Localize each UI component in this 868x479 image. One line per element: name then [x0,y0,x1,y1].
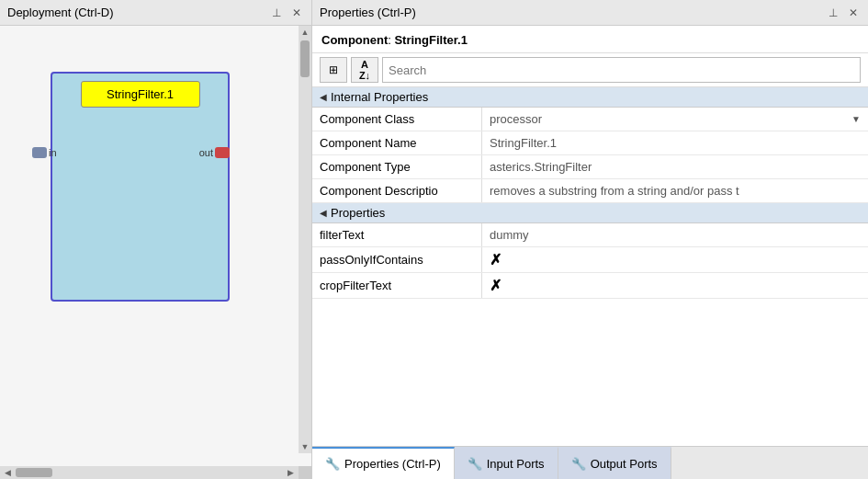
port-in-container: in [32,147,57,158]
deployment-title: Deployment (Ctrl-D) [7,6,114,19]
internal-properties-section-header[interactable]: ◀ Internal Properties [312,87,868,108]
table-row[interactable]: passOnlyIfContains ✗ [312,247,868,273]
checkbox-passonlyif[interactable]: ✗ [490,251,502,268]
port-in-dot[interactable] [32,147,47,158]
deployment-canvas-wrapper: ▲ ▼ StringFilter.1 in out [0,26,311,466]
tab-input-ports[interactable]: 🔧 Input Ports [455,447,558,479]
scroll-down-arrow[interactable]: ▼ [299,440,311,453]
properties-title-icons: ⊥ ✕ [826,6,861,20]
collapse-arrow-properties: ◀ [320,208,327,218]
output-ports-tab-icon: 🔧 [571,457,586,471]
component-header: Component: StringFilter.1 [312,26,868,53]
tab-output-ports-label: Output Ports [591,457,658,471]
component-header-prefix: Component [321,33,388,47]
component-outer-container: StringFilter.1 in out [51,72,230,302]
properties-tab-icon: 🔧 [325,457,340,471]
prop-value-component-desc: removes a substring from a string and/or… [482,179,868,202]
prop-name-filtertext: filterText [312,223,482,246]
scroll-thumb-v[interactable] [300,40,310,77]
properties-section-label: Properties [331,206,385,220]
properties-panel: Properties (Ctrl-P) ⊥ ✕ Component: Strin… [312,0,868,479]
close-button-right[interactable]: ✕ [846,6,861,20]
prop-value-cropfilter[interactable]: ✗ [482,273,868,298]
prop-value-filtertext[interactable]: dummy [482,223,868,246]
scroll-thumb-h[interactable] [16,468,52,477]
pin-button[interactable]: ⊥ [269,6,284,20]
component-block[interactable]: StringFilter.1 in out [60,81,220,108]
tab-properties-label: Properties (Ctrl-P) [344,457,441,471]
properties-title: Properties (Ctrl-P) [320,6,416,19]
deployment-panel: Deployment (Ctrl-D) ⊥ ✕ ▲ ▼ StringFilter… [0,0,312,479]
alpha-icon: AZ↓ [359,59,370,81]
prop-value-passonlyif[interactable]: ✗ [482,247,868,272]
prop-name-component-desc: Component Descriptio [312,179,482,202]
close-button[interactable]: ✕ [289,6,304,20]
table-row[interactable]: cropFilterText ✗ [312,273,868,299]
bottom-tabs: 🔧 Properties (Ctrl-P) 🔧 Input Ports 🔧 Ou… [312,446,868,479]
table-row[interactable]: Component Name StringFilter.1 [312,131,868,155]
tab-properties[interactable]: 🔧 Properties (Ctrl-P) [312,447,455,479]
internal-properties-label: Internal Properties [331,90,428,104]
dropdown-arrow-class[interactable]: ▼ [851,114,861,124]
prop-value-component-name: StringFilter.1 [482,131,868,154]
scroll-up-arrow[interactable]: ▲ [299,26,311,39]
prop-value-class[interactable]: processor ▼ [482,108,868,131]
scroll-left-arrow[interactable]: ◀ [2,466,14,479]
table-row[interactable]: filterText dummy [312,223,868,247]
collapse-arrow-internal: ◀ [320,92,327,102]
deployment-title-icons: ⊥ ✕ [269,6,304,20]
input-ports-tab-icon: 🔧 [468,457,482,471]
properties-toolbar: ⊞ AZ↓ [312,53,868,87]
tab-output-ports[interactable]: 🔧 Output Ports [558,447,671,479]
horizontal-scrollbar[interactable]: ◀ ▶ [0,466,299,479]
horizontal-scrollbar-row: ◀ ▶ [0,466,311,479]
prop-name-class: Component Class [312,108,482,131]
component-label[interactable]: StringFilter.1 [81,81,200,108]
scroll-right-arrow[interactable]: ▶ [285,466,297,479]
search-input[interactable] [382,57,861,83]
scroll-corner [299,466,311,479]
port-out-container: out [199,147,230,158]
prop-name-passonlyif: passOnlyIfContains [312,247,482,272]
deployment-title-bar: Deployment (Ctrl-D) ⊥ ✕ [0,0,311,26]
component-header-name: StringFilter.1 [394,33,467,47]
port-out-label: out [199,147,213,158]
port-out-dot[interactable] [215,147,230,158]
properties-table: ◀ Internal Properties Component Class pr… [312,87,868,446]
table-row[interactable]: Component Class processor ▼ [312,108,868,131]
prop-name-component-name: Component Name [312,131,482,154]
pin-button-right[interactable]: ⊥ [826,6,840,20]
category-view-button[interactable]: ⊞ [320,57,347,83]
vertical-scrollbar[interactable]: ▲ ▼ [299,26,311,453]
properties-title-bar: Properties (Ctrl-P) ⊥ ✕ [312,0,868,26]
table-row[interactable]: Component Descriptio removes a substring… [312,179,868,203]
alpha-sort-button[interactable]: AZ↓ [351,57,378,83]
prop-name-component-type: Component Type [312,155,482,178]
checkbox-cropfilter[interactable]: ✗ [490,277,502,294]
deployment-canvas: ▲ ▼ StringFilter.1 in out [0,26,311,466]
category-icon: ⊞ [329,63,338,76]
tab-input-ports-label: Input Ports [487,457,545,471]
prop-value-component-type: asterics.StringFilter [482,155,868,178]
prop-name-cropfilter: cropFilterText [312,273,482,298]
table-row[interactable]: Component Type asterics.StringFilter [312,155,868,179]
properties-section-header[interactable]: ◀ Properties [312,203,868,223]
port-in-label: in [49,147,57,158]
